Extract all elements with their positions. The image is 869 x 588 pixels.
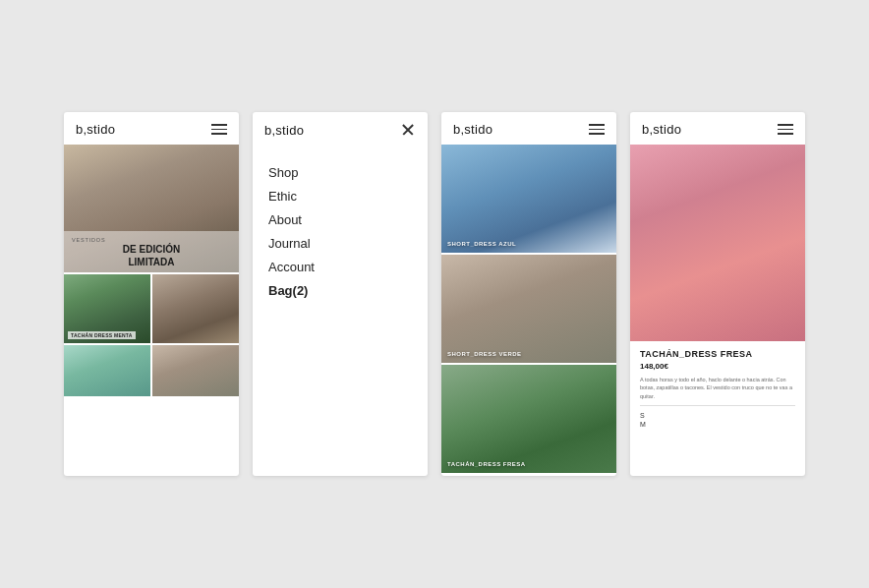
nav-item-journal[interactable]: Journal <box>268 232 412 256</box>
close-icon[interactable] <box>400 122 416 138</box>
screen4-product-desc: A todas horas y todo el año, haclo delan… <box>640 376 795 406</box>
screen3-hamburger-icon[interactable] <box>589 124 605 135</box>
screen-4: b,stido TACHÁN_DRESS FRESA 148,00€ A tod… <box>630 112 805 476</box>
screen-3: b,stido SHORT_DRESS AZUL SHORT_DRESS VER… <box>441 112 616 476</box>
screen3-product-label-1: SHORT_DRESS AZUL <box>447 241 516 247</box>
screen1-logo: b,stido <box>76 122 115 137</box>
screen4-content: TACHÁN_DRESS FRESA 148,00€ A todas horas… <box>630 145 805 476</box>
screen4-product-name: TACHÁN_DRESS FRESA <box>640 349 795 359</box>
screen4-product-price: 148,00€ <box>640 362 795 371</box>
screen-2: b,stido Shop Ethic About Journal Account… <box>253 112 428 476</box>
nav-item-bag[interactable]: Bag(2) <box>268 279 412 303</box>
nav-item-ethic[interactable]: Ethic <box>268 185 412 208</box>
screen4-size-m[interactable]: M <box>640 421 795 428</box>
screen3-product-label-3: TACHÁN_DRESS FRESA <box>447 461 526 467</box>
screen1-grid-item-4[interactable] <box>152 345 239 396</box>
hamburger-icon[interactable] <box>211 124 227 135</box>
screen2-nav: Shop Ethic About Journal Account Bag(2) <box>253 146 428 476</box>
screen2-header: b,stido <box>253 112 428 146</box>
screen4-product-image <box>630 145 805 341</box>
nav-item-account[interactable]: Account <box>268 256 412 279</box>
screen3-header: b,stido <box>441 112 616 145</box>
screen4-sizes: S M <box>640 412 795 428</box>
nav-item-about[interactable]: About <box>268 208 412 232</box>
screen4-size-s[interactable]: S <box>640 412 795 419</box>
screen1-header: b,stido <box>64 112 239 145</box>
screen1-grid-item-3[interactable] <box>64 345 150 396</box>
screen-1: b,stido Vestidos DE EDICIÓNLIMITADA TACH… <box>64 112 239 476</box>
screen1-grid-item-1[interactable]: TACHÁN DRESS MENTA <box>64 274 150 343</box>
screen1-grid: TACHÁN DRESS MENTA <box>64 274 239 396</box>
screen3-content: SHORT_DRESS AZUL SHORT_DRESS VERDE TACHÁ… <box>441 145 616 476</box>
screen1-content: Vestidos DE EDICIÓNLIMITADA TACHÁN DRESS… <box>64 145 239 476</box>
nav-item-shop[interactable]: Shop <box>268 161 412 185</box>
screen3-product-label-2: SHORT_DRESS VERDE <box>447 351 522 357</box>
screen3-product-2[interactable]: SHORT_DRESS VERDE <box>441 255 616 363</box>
screen4-header: b,stido <box>630 112 805 145</box>
screen3-product-1[interactable]: SHORT_DRESS AZUL <box>441 145 616 253</box>
screen2-logo: b,stido <box>264 123 304 138</box>
screen1-hero-overlay: Vestidos DE EDICIÓNLIMITADA <box>64 231 239 272</box>
screen3-product-3[interactable]: TACHÁN_DRESS FRESA <box>441 365 616 473</box>
screen1-grid-item-2[interactable] <box>152 274 239 343</box>
screen4-logo: b,stido <box>642 122 681 137</box>
screen4-product-info: TACHÁN_DRESS FRESA 148,00€ A todas horas… <box>630 341 805 476</box>
screen1-grid-label-1: TACHÁN DRESS MENTA <box>68 331 136 339</box>
screen1-hero-title: DE EDICIÓNLIMITADA <box>72 243 231 268</box>
screen4-hamburger-icon[interactable] <box>778 124 793 135</box>
screens-container: b,stido Vestidos DE EDICIÓNLIMITADA TACH… <box>44 83 825 505</box>
screen1-hero: Vestidos DE EDICIÓNLIMITADA <box>64 145 239 272</box>
screen3-logo: b,stido <box>453 122 492 137</box>
